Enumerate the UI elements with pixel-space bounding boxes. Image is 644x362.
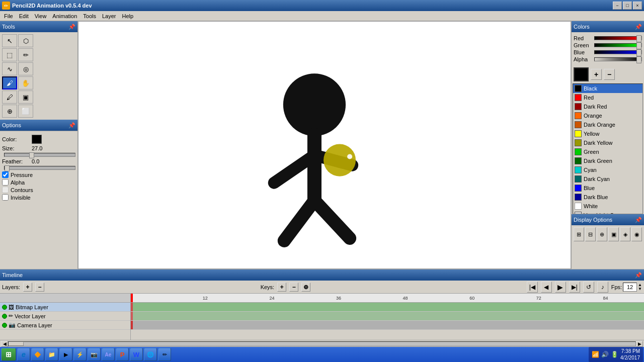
duplicate-key-button[interactable]: ⊕ <box>301 283 310 292</box>
color-swatch[interactable] <box>32 135 42 144</box>
blue-slider[interactable] <box>594 50 642 54</box>
pencil-tool[interactable]: ✏ <box>18 48 33 61</box>
pencil2d-taskbar-button[interactable]: ✏ <box>158 348 171 361</box>
options-pin-icon[interactable]: 📌 <box>68 122 75 129</box>
feather-slider-thumb[interactable] <box>5 165 10 171</box>
color-item-dark-cyan[interactable]: Dark Cyan <box>573 174 642 184</box>
pen-tool[interactable]: 🖊 <box>2 90 17 104</box>
word-button[interactable]: W <box>130 348 143 361</box>
alpha-checkbox[interactable] <box>2 179 9 186</box>
folder-button[interactable]: 📁 <box>45 348 58 361</box>
camera-layer-visibility[interactable] <box>2 323 7 328</box>
colors-pin-icon[interactable]: 📌 <box>635 24 642 30</box>
brush-tool[interactable]: 🖌 <box>2 76 17 89</box>
display-safe-btn[interactable]: ▣ <box>608 227 619 241</box>
ie-button[interactable]: e <box>17 348 30 361</box>
chrome-button[interactable]: 🌐 <box>144 348 157 361</box>
menu-item-animation[interactable]: Animation <box>49 12 80 20</box>
scroll-left-btn[interactable]: ◀ <box>1 341 8 347</box>
bitmap-layer-row[interactable]: 🖼 Bitmap Layer <box>0 303 130 312</box>
display-center-btn[interactable]: ⊕ <box>597 227 607 241</box>
eraser-tool[interactable]: ⬜ <box>18 105 33 118</box>
camera-track[interactable] <box>131 321 644 330</box>
contours-checkbox[interactable] <box>2 187 9 193</box>
color-item-red[interactable]: Red <box>573 93 642 102</box>
add-layer-button[interactable]: + <box>23 283 32 292</box>
lasso-tool[interactable]: ⬚ <box>2 48 17 61</box>
vector-layer-visibility[interactable] <box>2 314 7 319</box>
invisible-checkbox[interactable] <box>2 194 9 201</box>
loop-button[interactable]: ↺ <box>583 282 594 293</box>
color-item-white[interactable]: White <box>573 202 642 211</box>
pressure-checkbox[interactable] <box>2 171 9 178</box>
remove-color-button[interactable]: − <box>604 69 615 80</box>
maximize-button[interactable]: □ <box>623 2 632 10</box>
hand-tool[interactable]: ✋ <box>18 76 33 89</box>
bitmap-layer-visibility[interactable] <box>2 305 7 310</box>
feather-slider[interactable] <box>4 166 75 170</box>
smudge-tool[interactable]: ◎ <box>18 62 33 75</box>
green-slider[interactable] <box>594 43 642 47</box>
add-key-button[interactable]: + <box>277 283 286 292</box>
horizontal-scrollbar[interactable] <box>8 341 636 346</box>
color-item-dark-green[interactable]: Dark Green <box>573 156 642 165</box>
filezilla-button[interactable]: ⚡ <box>73 348 87 361</box>
bezier-tool[interactable]: ∿ <box>2 62 17 75</box>
display-overlay-btn[interactable]: ◈ <box>620 227 630 241</box>
window-controls[interactable]: − □ × <box>613 2 642 10</box>
alpha-slider[interactable] <box>594 57 642 61</box>
color-item-dark-yellow[interactable]: Dark Yellow <box>573 138 642 147</box>
color-item-very-light-grey[interactable]: Very Light Grey <box>573 211 642 214</box>
current-color-box[interactable] <box>574 67 589 81</box>
fps-down[interactable]: ▼ <box>638 287 642 291</box>
select-tool[interactable]: ↖ <box>2 34 17 47</box>
close-button[interactable]: × <box>633 2 642 10</box>
camera-layer-row[interactable]: 📷 Camera Layer <box>0 321 130 330</box>
minimize-button[interactable]: − <box>613 2 622 10</box>
color-item-blue[interactable]: Blue <box>573 184 642 193</box>
display-grid-btn[interactable]: ⊟ <box>585 227 596 241</box>
color-item-dark-blue[interactable]: Dark Blue <box>573 193 642 202</box>
vlc-button[interactable]: 🔶 <box>31 348 44 361</box>
menu-item-layer[interactable]: Layer <box>99 12 119 20</box>
go-start-button[interactable]: |◀ <box>527 282 538 293</box>
remove-layer-button[interactable]: − <box>35 283 44 292</box>
add-color-button[interactable]: + <box>591 69 602 80</box>
scroll-right-btn[interactable]: ▶ <box>636 341 643 347</box>
polyline-tool[interactable]: ⬡ <box>18 34 33 47</box>
play-button[interactable]: ▶ <box>555 282 566 293</box>
menu-item-tools[interactable]: Tools <box>80 12 99 20</box>
menu-item-help[interactable]: Help <box>119 12 137 20</box>
fps-input[interactable] <box>623 283 637 292</box>
canvas-area[interactable] <box>78 21 571 269</box>
vector-layer-row[interactable]: ✏ Vector Layer <box>0 312 130 321</box>
media-player-button[interactable]: ▶ <box>59 348 72 361</box>
menu-item-view[interactable]: View <box>32 12 50 20</box>
sound-button[interactable]: ♪ <box>597 282 608 293</box>
color-item-black[interactable]: Black <box>573 84 642 93</box>
drawing-canvas[interactable] <box>78 22 571 268</box>
color-item-green[interactable]: Green <box>573 147 642 156</box>
color-item-yellow[interactable]: Yellow <box>573 129 642 138</box>
display-onion-btn[interactable]: ⊞ <box>574 227 584 241</box>
powerpoint-button[interactable]: P <box>116 348 129 361</box>
color-item-orange[interactable]: Orange <box>573 111 642 120</box>
red-slider[interactable] <box>594 36 642 40</box>
menu-item-edit[interactable]: Edit <box>16 12 32 20</box>
color-item-dark-orange[interactable]: Dark Orange <box>573 120 642 129</box>
timeline-scrollbar[interactable]: ◀ ▶ <box>0 340 644 347</box>
size-slider-thumb[interactable] <box>29 152 34 158</box>
menu-item-file[interactable]: File <box>1 12 16 20</box>
start-button[interactable]: ⊞ <box>1 348 16 361</box>
go-end-button[interactable]: ▶| <box>569 282 580 293</box>
color-item-cyan[interactable]: Cyan <box>573 165 642 174</box>
webcam-button[interactable]: 📷 <box>88 348 101 361</box>
after-effects-button[interactable]: Ae <box>102 348 115 361</box>
remove-key-button[interactable]: − <box>289 283 298 292</box>
eyedropper-tool[interactable]: ⊕ <box>2 105 17 118</box>
scrollbar-thumb[interactable] <box>9 342 24 346</box>
bucket-tool[interactable]: ▣ <box>18 90 33 104</box>
tools-pin-icon[interactable]: 📌 <box>68 24 75 30</box>
size-slider[interactable] <box>4 153 75 157</box>
bitmap-track[interactable] <box>131 303 644 312</box>
